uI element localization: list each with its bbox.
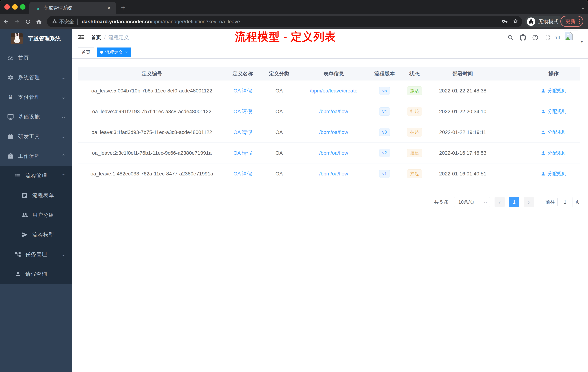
- minimize-window-button[interactable]: [12, 4, 18, 10]
- sidebar-item-label: 流程管理: [25, 172, 47, 179]
- breadcrumb-home[interactable]: 首页: [91, 34, 101, 41]
- home-icon[interactable]: [34, 17, 44, 26]
- sidebar-item-研发工具[interactable]: 研发工具⌄: [0, 127, 72, 146]
- status-badge: 挂起: [400, 169, 429, 178]
- key-icon[interactable]: [502, 18, 508, 25]
- sidebar-item-用户分组[interactable]: 用户分组: [0, 205, 72, 225]
- warning-icon: [52, 19, 57, 25]
- prev-page-button[interactable]: ‹: [494, 197, 505, 207]
- browser-update-menu-button[interactable]: 更新: [560, 16, 583, 27]
- page-unit-label: 页: [575, 199, 580, 205]
- assign-rule-button[interactable]: 分配规则: [527, 122, 580, 142]
- tag-close-icon[interactable]: ×: [125, 50, 128, 55]
- form-info-link[interactable]: /bpm/oa/flow: [298, 150, 369, 156]
- bookmark-star-icon[interactable]: [513, 18, 519, 25]
- fullscreen-icon[interactable]: [543, 33, 553, 43]
- page-size-select[interactable]: 10条/页 ⌄: [454, 197, 490, 207]
- table-header-row: 定义编号 定义名称 定义分类 表单信息 流程版本 状态 部署时间 操作: [78, 67, 580, 80]
- definition-name-link[interactable]: OA 请假: [225, 87, 260, 94]
- definition-name-link[interactable]: OA 请假: [225, 108, 260, 115]
- sidebar-item-流程模型[interactable]: 流程模型: [0, 225, 72, 245]
- next-page-button[interactable]: ›: [524, 197, 534, 207]
- update-label: 更新: [565, 18, 576, 25]
- form-info-link[interactable]: /bpm/oa/flow: [298, 129, 369, 135]
- definition-name-link[interactable]: OA 请假: [225, 150, 260, 156]
- tab-search-chevron-icon[interactable]: ⌄: [581, 5, 585, 10]
- definition-name-link[interactable]: OA 请假: [225, 129, 260, 136]
- column-header: 部署时间: [429, 70, 496, 77]
- sidebar-item-label: 基础设施: [18, 113, 40, 120]
- browser-tab[interactable]: 芋道管理系统 ×: [29, 2, 116, 14]
- address-divider: [77, 19, 78, 25]
- sidebar-item-请假查询[interactable]: 请假查询: [0, 264, 72, 284]
- tab-close-icon[interactable]: ×: [106, 5, 111, 11]
- monitor-icon: [7, 114, 14, 120]
- avatar[interactable]: [564, 31, 578, 46]
- tag-process-definition[interactable]: 流程定义 ×: [97, 47, 131, 57]
- version-badge: v4: [369, 107, 400, 116]
- version-badge: v2: [369, 149, 400, 157]
- sidebar-item-流程管理[interactable]: 流程管理⌃: [0, 166, 72, 186]
- reload-icon[interactable]: [23, 17, 33, 26]
- forward-icon[interactable]: [12, 17, 22, 26]
- search-icon[interactable]: [505, 33, 516, 43]
- address-bar[interactable]: 不安全 dashboard.yudao.iocoder.cn/bpm/manag…: [47, 16, 522, 27]
- send-icon: [21, 231, 28, 238]
- form-info-link[interactable]: /bpm/oa/leave/create: [298, 88, 369, 94]
- tag-home[interactable]: 首页: [78, 47, 94, 57]
- sidebar-logo-row[interactable]: 芋道管理系统: [0, 29, 72, 48]
- security-label[interactable]: 不安全: [59, 18, 74, 25]
- status-badge: 挂起: [400, 149, 429, 157]
- main-area: 首页 / 流程定义 流程模型 - 定义列表 TT ▼: [72, 29, 588, 372]
- sidebar-item-首页[interactable]: 首页: [0, 48, 72, 68]
- tree-icon: [15, 251, 21, 258]
- definition-name-link[interactable]: OA 请假: [225, 170, 260, 177]
- back-icon[interactable]: [1, 17, 11, 26]
- sidebar-item-label: 系统管理: [18, 74, 40, 81]
- column-header: 操作: [527, 67, 580, 80]
- chevron-down-icon: ⌄: [61, 75, 66, 80]
- sidebar-menu: 首页系统管理⌄¥支付管理⌄基础设施⌄研发工具⌄工作流程⌃流程管理⌃流程表单用户分…: [0, 48, 72, 284]
- close-window-button[interactable]: [4, 4, 10, 10]
- sidebar-item-系统管理[interactable]: 系统管理⌄: [0, 68, 72, 87]
- font-size-icon[interactable]: TT: [555, 34, 561, 41]
- assign-rule-button[interactable]: 分配规则: [527, 164, 580, 184]
- app-logo-rabbit-image: [11, 33, 23, 44]
- sidebar-item-支付管理[interactable]: ¥支付管理⌄: [0, 87, 72, 107]
- sidebar-item-流程表单[interactable]: 流程表单: [0, 186, 72, 205]
- help-icon[interactable]: [530, 33, 540, 43]
- incognito-label: 无痕模式: [538, 18, 558, 25]
- form-info-link[interactable]: /bpm/oa/flow: [298, 171, 369, 177]
- sidebar-item-工作流程[interactable]: 工作流程⌃: [0, 146, 72, 166]
- tag-label: 首页: [82, 49, 90, 55]
- sidebar-item-任务管理[interactable]: 任务管理⌄: [0, 245, 72, 264]
- definition-id-cell: oa_leave:5:004b710b-7b8a-11ec-8ef0-acde4…: [78, 88, 225, 94]
- form-info-link[interactable]: /bpm/oa/flow: [298, 109, 369, 114]
- table-body: oa_leave:5:004b710b-7b8a-11ec-8ef0-acde4…: [78, 80, 580, 184]
- sidebar-item-基础设施[interactable]: 基础设施⌄: [0, 107, 72, 127]
- gauge-icon: [7, 55, 14, 61]
- goto-page-input[interactable]: 1: [557, 197, 573, 207]
- hamburger-icon[interactable]: [78, 33, 86, 42]
- url-text[interactable]: dashboard.yudao.iocoder.cn/bpm/manager/d…: [82, 19, 498, 25]
- column-header: 定义编号: [78, 70, 225, 77]
- page-content: 定义编号 定义名称 定义分类 表单信息 流程版本 状态 部署时间 操作 oa_l…: [72, 59, 588, 372]
- chevron-up-icon: ⌃: [61, 173, 66, 178]
- browser-tabstrip: 芋道管理系统 × + ⌄: [0, 0, 588, 14]
- github-icon[interactable]: [518, 33, 528, 43]
- assign-rule-button[interactable]: 分配规则: [527, 80, 580, 101]
- sidebar-item-label: 工作流程: [18, 153, 40, 160]
- breadcrumb-current: 流程定义: [109, 34, 129, 41]
- assign-rule-button[interactable]: 分配规则: [527, 143, 580, 163]
- assign-rule-button[interactable]: 分配规则: [527, 101, 580, 122]
- sidebar-item-label: 研发工具: [18, 133, 40, 140]
- status-badge: 激活: [400, 87, 429, 95]
- app-title: 芋道管理系统: [28, 35, 61, 42]
- maximize-window-button[interactable]: [20, 4, 25, 10]
- list-icon: [15, 173, 21, 179]
- status-badge: 挂起: [400, 128, 429, 136]
- new-tab-button[interactable]: +: [119, 4, 127, 12]
- definition-category-cell: OA: [260, 150, 298, 156]
- avatar-caret-icon[interactable]: ▼: [580, 40, 584, 44]
- current-page-button[interactable]: 1: [509, 197, 519, 207]
